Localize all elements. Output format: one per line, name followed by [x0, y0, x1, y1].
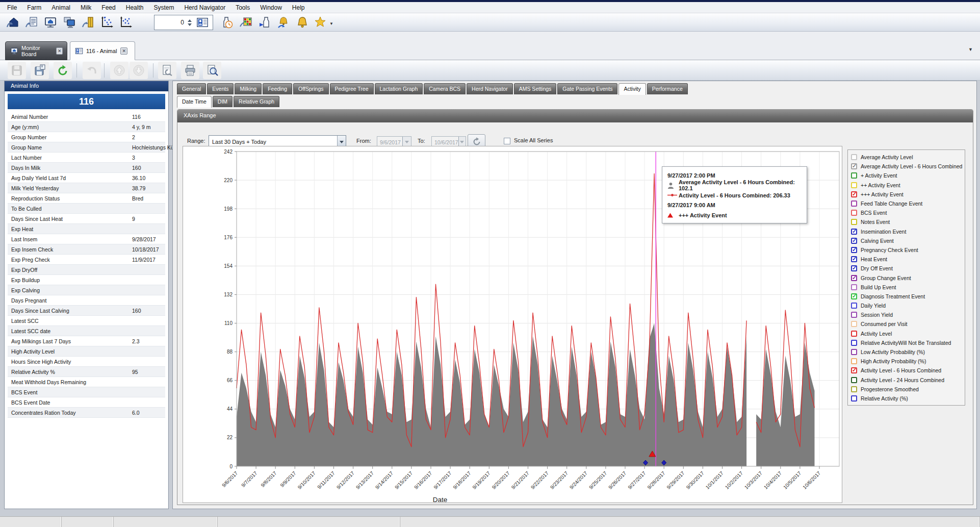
table-row[interactable]: Hours Since High Activity — [8, 357, 165, 367]
feed-door-button[interactable] — [80, 15, 97, 30]
table-row[interactable]: BCS Event Date — [8, 397, 165, 408]
table-row[interactable]: Avg Milkings Last 7 Days2.3 — [8, 336, 165, 346]
legend-item-relative-activitywill-not-be-translated[interactable]: Relative ActivityWill Not Be Translated — [848, 338, 965, 347]
legend-item-low-activity-probability[interactable]: Low Activity Probability (%) — [848, 347, 965, 357]
legend-checkbox[interactable]: ✓ — [851, 229, 857, 235]
table-row[interactable]: Reproduction StatusBred — [8, 193, 165, 204]
tab-activity[interactable]: Activity — [618, 83, 646, 95]
legend-checkbox[interactable]: ✓ — [851, 163, 857, 169]
legend-checkbox[interactable]: ✓ — [851, 191, 857, 197]
spin-up-icon[interactable] — [188, 19, 192, 22]
feed-table-button[interactable] — [237, 15, 254, 30]
menu-help[interactable]: Help — [287, 3, 310, 12]
legend-checkbox[interactable]: ✓ — [851, 265, 857, 271]
legend-checkbox[interactable] — [851, 154, 857, 160]
legend-item-average-activity-level-6-hours-combined[interactable]: ✓Average Activity Level - 6 Hours Combin… — [848, 162, 965, 171]
table-row[interactable]: Lact Number3 — [8, 153, 165, 163]
legend-checkbox[interactable] — [851, 303, 857, 309]
legend-item-activity-level-24-hours-combined[interactable]: Activity Level - 24 Hours Combined — [848, 375, 965, 385]
legend-item-pregnancy-check-event[interactable]: ✓Pregnancy Check Event — [848, 245, 965, 255]
tab-performance[interactable]: Performance — [647, 83, 688, 94]
tab-list-dropdown-icon[interactable]: ▼ — [968, 47, 973, 52]
tab-pedigree-tree[interactable]: Pedigree Tree — [330, 83, 374, 94]
tab-lactation-graph[interactable]: Lactation Graph — [375, 83, 423, 94]
table-row[interactable]: Exp Preg Check11/9/2017 — [8, 255, 165, 265]
menu-animal[interactable]: Animal — [46, 3, 75, 12]
legend-item-insemination-event[interactable]: ✓Insemination Event — [848, 227, 965, 236]
legend-item-activity-level-6-hours-combined[interactable]: ✓Activity Level - 6 Hours Combined — [848, 366, 965, 375]
legend-checkbox[interactable] — [851, 395, 857, 401]
legend-item-activity-event[interactable]: ✓+++ Activity Event — [848, 190, 965, 199]
refresh-button[interactable] — [54, 62, 72, 79]
scatter-graph-button[interactable] — [117, 15, 135, 30]
milk-flag-button[interactable] — [256, 15, 273, 30]
legend-checkbox[interactable] — [851, 172, 857, 179]
table-row[interactable]: Concentrates Ration Today6.0 — [8, 408, 165, 418]
table-row[interactable]: Group NameHochleistungs Kühe — [8, 142, 165, 153]
save-as-button[interactable] — [31, 62, 49, 79]
document-tab-monitor-board[interactable]: Monitor Board✕ — [5, 41, 67, 60]
legend-item-consumed-per-visit[interactable]: Consumed per Visit — [848, 319, 965, 329]
barn-entry-button[interactable] — [4, 15, 21, 30]
spin-down-icon[interactable] — [188, 23, 192, 26]
tab-milking[interactable]: Milking — [235, 83, 262, 94]
table-row[interactable]: Exp Heat — [8, 224, 165, 234]
legend-checkbox[interactable]: ✓ — [851, 256, 857, 262]
table-row[interactable]: Days In Milk160 — [8, 163, 165, 173]
table-row[interactable]: Animal Number116 — [8, 112, 165, 122]
legend-item-calving-event[interactable]: ✓Calving Event — [848, 236, 965, 245]
table-row[interactable]: Exp DryOff — [8, 265, 165, 275]
legend-checkbox[interactable] — [851, 340, 857, 346]
tab-general[interactable]: General — [177, 83, 206, 94]
alarm-bell-button[interactable] — [294, 15, 311, 30]
close-icon[interactable]: ✕ — [56, 47, 63, 55]
legend-checkbox[interactable] — [851, 331, 857, 337]
graph-tab-relative-graph[interactable]: Relative Graph — [234, 96, 279, 107]
table-row[interactable]: Exp Calving — [8, 285, 165, 295]
scale-all-series-checkbox[interactable] — [504, 138, 510, 144]
open-animal-card-button[interactable] — [196, 16, 211, 29]
legend-item-build-up-event[interactable]: Build Up Event — [848, 283, 965, 292]
table-row[interactable]: Exp Insem Check10/18/2017 — [8, 244, 165, 255]
legend-item-session-yield[interactable]: Session Yield — [848, 310, 965, 319]
table-row[interactable]: Exp Buildup — [8, 275, 165, 285]
legend-item-notes-event[interactable]: Notes Event — [848, 217, 965, 227]
table-row[interactable]: Age (y:mm)4 y, 9 m — [8, 122, 165, 132]
table-row[interactable]: Days Since Last Calving160 — [8, 306, 165, 316]
legend-checkbox[interactable] — [851, 321, 857, 327]
tab-gate-passing-events[interactable]: Gate Passing Events — [557, 83, 617, 94]
legend-checkbox[interactable] — [851, 349, 857, 355]
tab-offsprings[interactable]: OffSprings — [293, 83, 328, 94]
tab-ams-settings[interactable]: AMS Settings — [514, 83, 557, 94]
legend-checkbox[interactable]: ✓ — [851, 367, 857, 373]
table-row[interactable]: Last Insem9/28/2017 — [8, 234, 165, 244]
legend-item-high-activity-probability[interactable]: High Activity Probability (%) — [848, 357, 965, 366]
legend-item-diagnosis-treatment-event[interactable]: ✓Diagnosis Treatment Event — [848, 292, 965, 301]
print-preview-button[interactable] — [203, 62, 221, 79]
animal-number-spinbox[interactable]: 0 — [154, 15, 213, 30]
table-row[interactable]: Latest SCC date — [8, 326, 165, 336]
table-row[interactable]: To Be Culled — [8, 204, 165, 214]
menu-feed[interactable]: Feed — [96, 3, 120, 12]
legend-checkbox[interactable]: ✓ — [851, 238, 857, 244]
activity-graph-button[interactable] — [98, 15, 116, 30]
table-row[interactable]: BCS Event — [8, 387, 165, 397]
menu-herd-navigator[interactable]: Herd Navigator — [179, 3, 230, 12]
page-setup-button[interactable] — [158, 62, 176, 79]
print-button[interactable] — [181, 62, 199, 79]
tab-events[interactable]: Events — [207, 83, 234, 94]
table-row[interactable]: Milk Yield Yesterday38.79 — [8, 183, 165, 193]
table-row[interactable]: High Activity Level — [8, 346, 165, 357]
legend-checkbox[interactable] — [851, 210, 857, 216]
menu-health[interactable]: Health — [121, 3, 149, 12]
animal-report-button[interactable] — [23, 15, 40, 30]
legend-item-activity-event[interactable]: ++ Activity Event — [848, 181, 965, 190]
legend-checkbox[interactable]: ✓ — [851, 247, 857, 253]
graph-tab-dim[interactable]: DIM — [213, 96, 233, 107]
legend-item-bcs-event[interactable]: BCS Event — [848, 208, 965, 217]
table-row[interactable]: Days Since Last Heat9 — [8, 214, 165, 224]
legend-item-relative-activity[interactable]: Relative Activity (%) — [848, 394, 965, 403]
favorites-star-button[interactable] — [313, 15, 330, 30]
table-row[interactable]: Group Number2 — [8, 132, 165, 142]
table-row[interactable]: Meat Withhold Days Remaining — [8, 377, 165, 387]
